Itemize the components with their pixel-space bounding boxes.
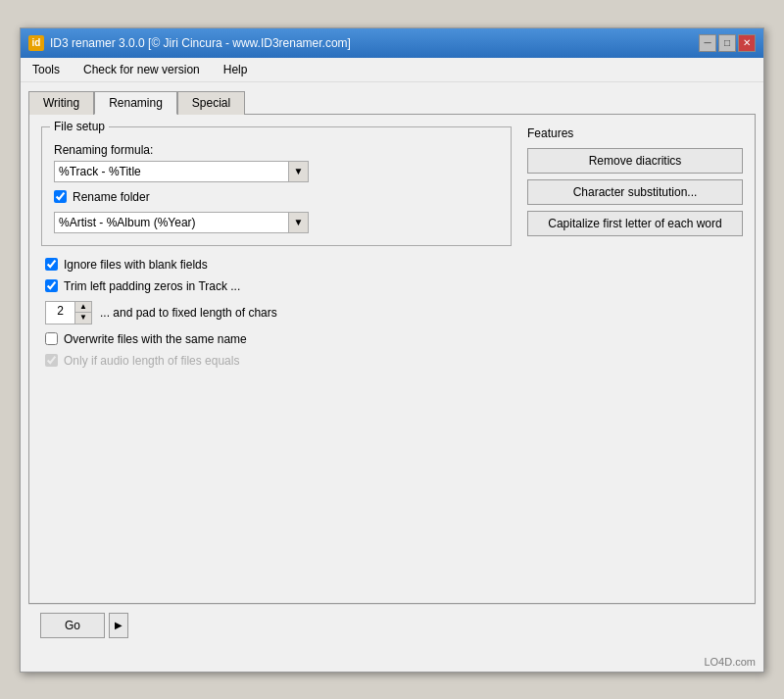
title-bar: id ID3 renamer 3.0.0 [© Jiri Cincura - w… — [21, 28, 763, 58]
folder-formula-select[interactable]: ▼ — [54, 212, 309, 233]
pad-length-row: 2 ▲ ▼ ... and pad to fixed length of cha… — [45, 301, 508, 325]
folder-formula-input[interactable] — [55, 214, 288, 231]
bottom-bar: Go ▶ — [28, 604, 756, 646]
go-button[interactable]: Go — [40, 613, 105, 638]
right-section: Features Remove diacritics Character sub… — [527, 126, 743, 591]
spinner-up[interactable]: ▲ — [75, 302, 91, 313]
window-title: ID3 renamer 3.0.0 [© Jiri Cincura - www.… — [50, 36, 351, 50]
capitalize-button[interactable]: Capitalize first letter of each word — [527, 211, 743, 236]
content-area: Writing Renaming Special File setup Rena… — [21, 82, 763, 654]
sidebar-path: C:\Users\Jiri — [0, 319, 2, 377]
options-section: Ignore files with blank fields Trim left… — [41, 258, 512, 368]
main-window: id ID3 renamer 3.0.0 [© Jiri Cincura - w… — [20, 27, 764, 673]
ignore-blank-row: Ignore files with blank fields — [45, 258, 508, 272]
rename-folder-label: Rename folder — [73, 190, 150, 204]
ignore-blank-label: Ignore files with blank fields — [64, 258, 208, 272]
app-icon: id — [28, 35, 44, 51]
file-setup-group: File setup Renaming formula: ▼ Rename fo… — [41, 126, 512, 246]
folder-formula-arrow[interactable]: ▼ — [288, 213, 308, 232]
character-substitution-button[interactable]: Character substitution... — [527, 179, 743, 205]
spinner-down[interactable]: ▼ — [75, 313, 91, 324]
arrow-button[interactable]: ▶ — [109, 613, 128, 638]
minimize-button[interactable]: ─ — [699, 34, 716, 52]
rename-folder-row: Rename folder — [54, 190, 499, 204]
renaming-formula-select[interactable]: ▼ — [54, 161, 309, 182]
overwrite-checkbox[interactable] — [45, 332, 58, 345]
remove-diacritics-button[interactable]: Remove diacritics — [527, 148, 743, 174]
renaming-formula-arrow[interactable]: ▼ — [288, 162, 308, 181]
tab-renaming[interactable]: Renaming — [94, 91, 177, 115]
menu-help[interactable]: Help — [220, 61, 252, 78]
file-setup-title: File setup — [50, 120, 109, 133]
renaming-formula-input[interactable] — [55, 163, 288, 180]
pad-value: 2 — [46, 302, 75, 324]
main-panel: File setup Renaming formula: ▼ Rename fo… — [28, 114, 756, 604]
trim-padding-checkbox[interactable] — [45, 279, 58, 292]
audio-length-row: Only if audio length of files equals — [45, 354, 508, 368]
pad-label: ... and pad to fixed length of chars — [100, 306, 277, 320]
pad-spinner[interactable]: 2 ▲ ▼ — [45, 301, 92, 325]
audio-length-checkbox[interactable] — [45, 354, 58, 367]
overwrite-row: Overwrite files with the same name — [45, 332, 508, 346]
maximize-button[interactable]: □ — [718, 34, 736, 52]
menu-check-version[interactable]: Check for new version — [79, 61, 204, 78]
tab-special[interactable]: Special — [177, 91, 245, 115]
tab-writing[interactable]: Writing — [28, 91, 94, 115]
trim-padding-row: Trim left padding zeros in Track ... — [45, 279, 508, 293]
overwrite-label: Overwrite files with the same name — [64, 332, 247, 346]
ignore-blank-checkbox[interactable] — [45, 258, 58, 271]
rename-folder-checkbox[interactable] — [54, 190, 67, 203]
audio-length-label: Only if audio length of files equals — [64, 354, 239, 368]
close-button[interactable]: ✕ — [738, 34, 756, 52]
features-label: Features — [527, 126, 743, 140]
watermark: LO4D.com — [21, 654, 763, 672]
menu-tools[interactable]: Tools — [28, 61, 64, 78]
trim-padding-label: Trim left padding zeros in Track ... — [64, 279, 240, 293]
menu-bar: Tools Check for new version Help — [21, 58, 763, 82]
renaming-formula-label: Renaming formula: — [54, 143, 499, 157]
left-section: File setup Renaming formula: ▼ Rename fo… — [41, 126, 512, 591]
spinner-arrows: ▲ ▼ — [75, 302, 91, 324]
tabs: Writing Renaming Special — [28, 90, 756, 114]
